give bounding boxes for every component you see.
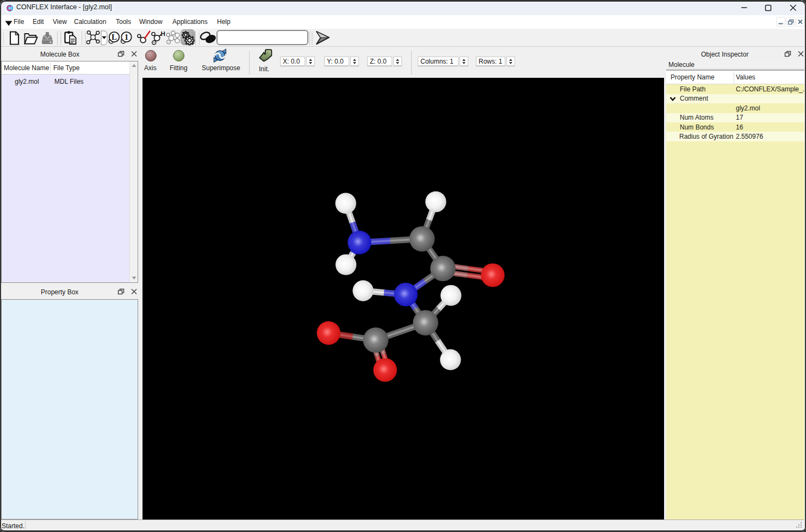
svg-text:L: L <box>111 33 117 41</box>
svg-text:H: H <box>161 30 165 37</box>
svg-text:1: 1 <box>125 33 129 41</box>
